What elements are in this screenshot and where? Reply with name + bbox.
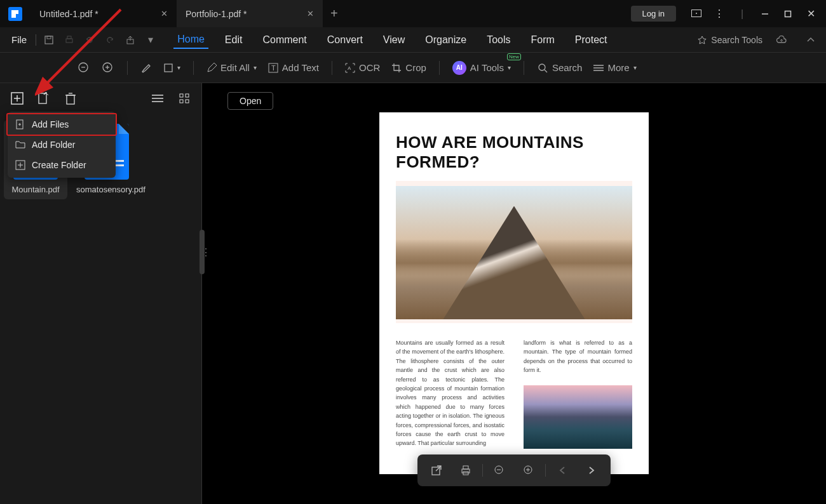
tab-label: Untitled-1.pdf * bbox=[39, 9, 98, 19]
floating-toolbar bbox=[417, 454, 611, 486]
shape-tool[interactable]: ▾ bbox=[159, 60, 184, 76]
svg-rect-35 bbox=[180, 94, 183, 97]
prev-page-icon[interactable] bbox=[550, 461, 575, 480]
crop-button[interactable]: Crop bbox=[388, 60, 430, 76]
ocr-button[interactable]: AOCR bbox=[341, 60, 384, 76]
maximize-icon[interactable] bbox=[776, 0, 799, 27]
tab-home[interactable]: Home bbox=[173, 31, 208, 49]
svg-point-43 bbox=[495, 466, 503, 474]
svg-point-20 bbox=[539, 64, 545, 70]
column-1: Mountains are usually formed as a result… bbox=[396, 338, 504, 449]
collapse-icon[interactable] bbox=[802, 32, 819, 48]
menubar: File ▾ Home Edit Comment Convert View Or… bbox=[0, 27, 826, 53]
search-button[interactable]: Search bbox=[533, 60, 586, 76]
edit-all-button[interactable]: Edit All▾ bbox=[203, 60, 261, 76]
svg-rect-6 bbox=[45, 36, 53, 44]
list-view-icon[interactable] bbox=[151, 91, 165, 105]
svg-rect-48 bbox=[17, 120, 23, 129]
notification-icon[interactable] bbox=[685, 0, 708, 27]
svg-text:T: T bbox=[271, 64, 276, 72]
kebab-menu-icon[interactable]: ⋮ bbox=[708, 0, 731, 27]
tab-portfolio[interactable]: Portfolio-1.pdf * ✕ bbox=[177, 0, 323, 27]
undo-icon[interactable] bbox=[81, 32, 98, 48]
edit-file-icon[interactable] bbox=[37, 91, 51, 105]
add-button[interactable] bbox=[10, 91, 24, 105]
menu-item-label: Add Files bbox=[32, 119, 69, 129]
panel-splitter[interactable] bbox=[200, 230, 205, 274]
svg-rect-40 bbox=[462, 469, 470, 473]
search-tools[interactable]: Search Tools bbox=[697, 35, 762, 45]
delete-icon[interactable] bbox=[64, 91, 78, 105]
tab-form[interactable]: Form bbox=[527, 32, 559, 48]
print-icon[interactable] bbox=[61, 32, 78, 48]
more-button[interactable]: More▾ bbox=[590, 60, 640, 76]
zoom-in-icon[interactable] bbox=[98, 59, 118, 77]
svg-rect-8 bbox=[66, 39, 72, 43]
file-menu[interactable]: File bbox=[5, 34, 33, 45]
redo-icon[interactable] bbox=[102, 32, 118, 48]
hero-image bbox=[396, 186, 632, 319]
column-2: landform is what is referred to as a mou… bbox=[524, 338, 632, 449]
svg-rect-17 bbox=[269, 63, 278, 72]
share-icon[interactable] bbox=[122, 32, 139, 48]
menu-create-folder[interactable]: Create Folder bbox=[8, 155, 116, 175]
svg-rect-25 bbox=[11, 93, 23, 104]
cloud-icon[interactable] bbox=[773, 32, 790, 48]
next-page-icon[interactable] bbox=[579, 461, 604, 480]
tab-convert[interactable]: Convert bbox=[323, 32, 367, 48]
menu-add-files[interactable]: Add Files bbox=[6, 113, 117, 136]
svg-rect-28 bbox=[39, 93, 46, 103]
svg-point-45 bbox=[524, 466, 532, 474]
svg-rect-16 bbox=[165, 64, 172, 72]
tab-edit[interactable]: Edit bbox=[221, 32, 247, 48]
open-external-icon[interactable] bbox=[424, 461, 449, 480]
svg-rect-42 bbox=[463, 472, 468, 475]
toolbar: ▾ Edit All▾ TAdd Text AOCR Crop AIAI Too… bbox=[0, 53, 826, 83]
svg-point-3 bbox=[696, 13, 697, 14]
menu-add-folder[interactable]: Add Folder bbox=[8, 135, 116, 155]
tab-label: Portfolio-1.pdf * bbox=[186, 9, 247, 19]
app-icon bbox=[8, 7, 22, 21]
login-button[interactable]: Log in bbox=[631, 6, 676, 22]
titlebar: Untitled-1.pdf * ✕ Portfolio-1.pdf * ✕ +… bbox=[0, 0, 826, 27]
add-context-menu: Add Files Add Folder Create Folder bbox=[8, 112, 116, 178]
svg-rect-38 bbox=[186, 100, 189, 103]
svg-rect-37 bbox=[180, 100, 183, 103]
svg-rect-29 bbox=[67, 95, 74, 104]
dropdown-icon[interactable]: ▾ bbox=[142, 32, 159, 48]
svg-line-21 bbox=[545, 70, 547, 72]
svg-rect-7 bbox=[47, 36, 51, 39]
add-text-button[interactable]: TAdd Text bbox=[264, 60, 323, 76]
ai-tools-button[interactable]: AIAI Tools▾New bbox=[449, 58, 515, 77]
zoom-in-icon[interactable] bbox=[516, 461, 541, 480]
svg-rect-51 bbox=[16, 161, 25, 169]
menu-item-label: Add Folder bbox=[32, 140, 75, 150]
print-icon[interactable] bbox=[453, 461, 478, 480]
grid-view-icon[interactable] bbox=[177, 91, 191, 105]
save-icon[interactable] bbox=[41, 32, 57, 48]
close-icon[interactable]: ✕ bbox=[269, 9, 314, 18]
svg-point-13 bbox=[103, 63, 112, 72]
close-window-icon[interactable]: ✕ bbox=[799, 0, 822, 27]
svg-rect-1 bbox=[13, 10, 18, 14]
highlighter-icon[interactable] bbox=[137, 60, 156, 76]
svg-rect-41 bbox=[463, 466, 468, 469]
tab-untitled[interactable]: Untitled-1.pdf * ✕ bbox=[30, 0, 177, 27]
tab-protect[interactable]: Protect bbox=[571, 32, 611, 48]
svg-text:A: A bbox=[348, 65, 351, 71]
secondary-image bbox=[524, 385, 632, 449]
zoom-out-icon[interactable] bbox=[74, 59, 94, 77]
tab-view[interactable]: View bbox=[379, 32, 409, 48]
new-tab-button[interactable]: + bbox=[323, 0, 346, 27]
minimize-icon[interactable] bbox=[754, 0, 776, 27]
zoom-out-icon[interactable] bbox=[487, 461, 512, 480]
svg-rect-9 bbox=[67, 36, 71, 39]
tab-tools[interactable]: Tools bbox=[483, 32, 514, 48]
document-viewer: Open HOW ARE MOUNTAINS FORMED? Mountains… bbox=[202, 83, 826, 504]
svg-rect-0 bbox=[11, 10, 16, 18]
tab-organize[interactable]: Organize bbox=[421, 32, 470, 48]
open-button[interactable]: Open bbox=[227, 92, 273, 110]
tab-comment[interactable]: Comment bbox=[259, 32, 310, 48]
close-icon[interactable]: ✕ bbox=[123, 9, 168, 18]
document-title: HOW ARE MOUNTAINS FORMED? bbox=[396, 133, 632, 172]
